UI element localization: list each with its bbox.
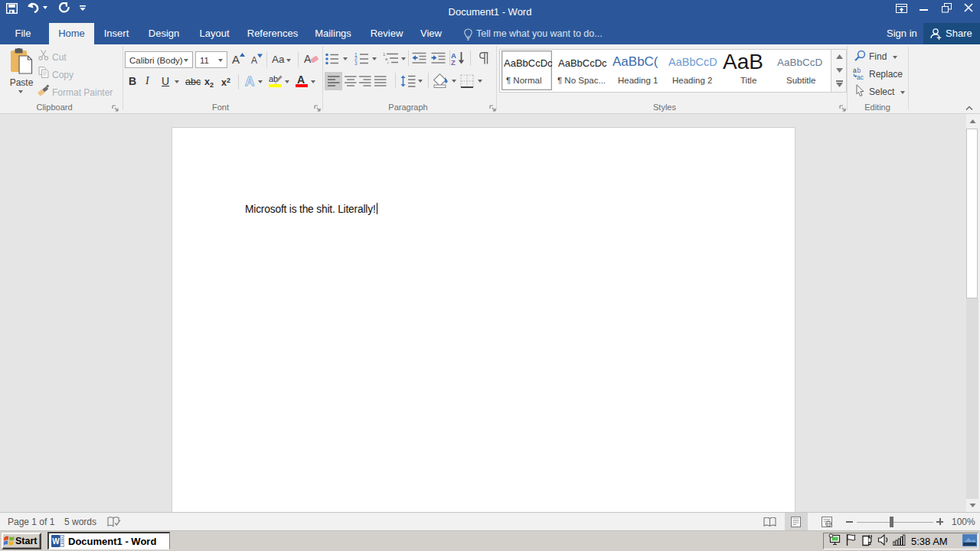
svg-text:Z: Z (451, 58, 456, 66)
svg-text:i: i (387, 60, 388, 65)
svg-text:W: W (52, 537, 60, 546)
svg-text:3: 3 (354, 60, 358, 66)
svg-text:ac: ac (857, 73, 864, 80)
svg-text:A: A (245, 74, 254, 88)
svg-text:ab: ab (269, 74, 278, 83)
